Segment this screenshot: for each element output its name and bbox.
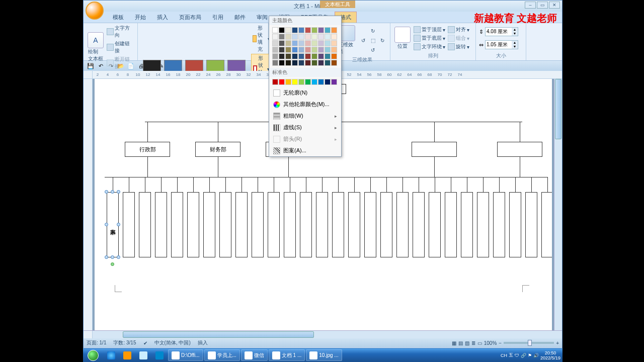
selection-handle[interactable] xyxy=(105,190,108,194)
theme-color-swatch[interactable] xyxy=(331,40,337,46)
vertical-scrollbar[interactable] xyxy=(554,79,562,330)
vscroll-thumb[interactable] xyxy=(555,79,561,139)
theme-color-swatch[interactable] xyxy=(272,27,278,33)
view-web-icon[interactable]: ▨ xyxy=(465,340,469,346)
theme-color-swatch[interactable] xyxy=(331,47,337,53)
tray-clock[interactable]: 20:502022/5/19 xyxy=(540,350,560,360)
arrows-item[interactable]: 箭头(R)▸ xyxy=(269,133,341,145)
align-button[interactable]: 对齐 ▾ xyxy=(447,26,470,34)
theme-color-swatch[interactable] xyxy=(311,34,317,40)
view-print-icon[interactable]: ▦ xyxy=(452,340,456,346)
selection-handle[interactable] xyxy=(105,255,108,259)
tab-页面布局[interactable]: 页面布局 xyxy=(174,12,206,23)
standard-color-swatch[interactable] xyxy=(272,79,278,85)
org-box[interactable] xyxy=(380,192,392,257)
standard-color-swatch[interactable] xyxy=(305,79,311,85)
theme-color-swatch[interactable] xyxy=(311,27,317,33)
theme-color-swatch[interactable] xyxy=(305,53,311,59)
standard-color-swatch[interactable] xyxy=(285,79,291,85)
theme-color-swatch[interactable] xyxy=(331,53,337,59)
create-link-button[interactable]: 创建链接 xyxy=(106,40,134,55)
standard-color-swatch[interactable] xyxy=(292,79,298,85)
theme-color-swatch[interactable] xyxy=(285,27,291,33)
theme-color-swatch[interactable] xyxy=(311,60,317,66)
org-box[interactable] xyxy=(300,192,312,257)
horizontal-scrollbar[interactable] xyxy=(84,330,562,338)
taskbar-app-item[interactable]: 10.jpg ... xyxy=(306,349,342,361)
threed-tilt-left[interactable]: ↺ xyxy=(359,36,368,45)
page-indicator[interactable]: 页面: 1/1 xyxy=(87,339,106,346)
zoom-in-button[interactable]: + xyxy=(556,340,559,346)
theme-color-swatch[interactable] xyxy=(292,40,298,46)
theme-color-swatch[interactable] xyxy=(298,47,304,53)
word-count[interactable]: 字数: 3/15 xyxy=(113,339,136,346)
standard-color-swatch[interactable] xyxy=(298,79,304,85)
theme-color-swatch[interactable] xyxy=(298,40,304,46)
org-box[interactable] xyxy=(171,192,183,257)
more-outline-colors-item[interactable]: 其他轮廓颜色(M)... xyxy=(269,99,341,110)
no-outline-item[interactable]: 无轮廓(N) xyxy=(269,87,341,99)
spell-check-icon[interactable]: ✔ xyxy=(143,340,147,346)
threed-tilt-down[interactable]: ↺ xyxy=(368,45,377,54)
org-box[interactable] xyxy=(461,192,473,257)
theme-color-swatch[interactable] xyxy=(292,53,298,59)
org-box[interactable] xyxy=(364,192,376,257)
theme-color-swatch[interactable] xyxy=(272,34,278,40)
selection-handle[interactable] xyxy=(117,190,120,194)
theme-color-swatch[interactable] xyxy=(305,60,311,66)
theme-color-swatch[interactable] xyxy=(292,34,298,40)
zoom-level[interactable]: 100% xyxy=(484,340,497,346)
tab-引用[interactable]: 引用 xyxy=(207,12,228,23)
standard-color-swatch[interactable] xyxy=(318,79,324,85)
selection-handle[interactable] xyxy=(105,223,108,226)
minimize-button[interactable]: – xyxy=(525,2,536,9)
theme-color-swatch[interactable] xyxy=(331,27,337,33)
theme-color-swatch[interactable] xyxy=(279,27,285,33)
theme-color-swatch[interactable] xyxy=(325,60,331,66)
org-box[interactable] xyxy=(155,192,167,257)
selection-handle[interactable] xyxy=(111,255,114,259)
theme-color-swatch[interactable] xyxy=(305,47,311,53)
close-button[interactable]: ✕ xyxy=(549,2,560,9)
dashes-item[interactable]: 虚线(S)▸ xyxy=(269,122,341,133)
theme-color-swatch[interactable] xyxy=(325,53,331,59)
org-box[interactable] xyxy=(219,192,231,257)
theme-color-swatch[interactable] xyxy=(311,40,317,46)
org-box[interactable] xyxy=(348,192,360,257)
zoom-out-button[interactable]: − xyxy=(499,340,502,346)
org-box[interactable] xyxy=(284,192,296,257)
theme-color-swatch[interactable] xyxy=(298,60,304,66)
selection-handle[interactable] xyxy=(117,255,120,259)
org-box[interactable] xyxy=(413,192,425,257)
group-button[interactable]: 组合 ▾ xyxy=(447,34,470,42)
theme-color-swatch[interactable] xyxy=(272,40,278,46)
send-back-button[interactable]: 置于底层 ▾ xyxy=(413,34,446,42)
theme-color-swatch[interactable] xyxy=(279,40,285,46)
theme-color-swatch[interactable] xyxy=(325,34,331,40)
break-link-button[interactable]: 断开链接 xyxy=(106,55,134,70)
theme-color-swatch[interactable] xyxy=(318,40,324,46)
org-box[interactable] xyxy=(541,192,552,257)
taskbar-desktop[interactable] xyxy=(136,349,151,361)
org-box[interactable]: 行政部 xyxy=(125,142,170,157)
theme-color-swatch[interactable] xyxy=(331,60,337,66)
org-box[interactable] xyxy=(139,192,151,257)
theme-color-swatch[interactable] xyxy=(298,34,304,40)
maximize-button[interactable]: ▭ xyxy=(537,2,548,9)
org-box[interactable] xyxy=(187,192,199,257)
taskbar-app[interactable] xyxy=(152,349,167,361)
tray-shield-icon[interactable]: 🛡 xyxy=(515,353,519,358)
org-box[interactable] xyxy=(268,192,280,257)
tray-ime-icon[interactable]: CH xyxy=(501,353,507,358)
view-draft-icon[interactable]: ▭ xyxy=(477,340,482,346)
org-box[interactable] xyxy=(497,142,542,157)
theme-color-swatch[interactable] xyxy=(279,47,285,53)
tray-flag-icon[interactable]: ⚑ xyxy=(528,353,532,358)
org-box[interactable] xyxy=(396,192,409,257)
theme-color-swatch[interactable] xyxy=(318,27,324,33)
org-box[interactable] xyxy=(429,192,441,257)
width-spinner[interactable]: ▲▼ xyxy=(485,40,518,49)
theme-color-swatch[interactable] xyxy=(279,53,285,59)
theme-color-swatch[interactable] xyxy=(285,40,291,46)
taskbar-ie[interactable] xyxy=(104,349,119,361)
